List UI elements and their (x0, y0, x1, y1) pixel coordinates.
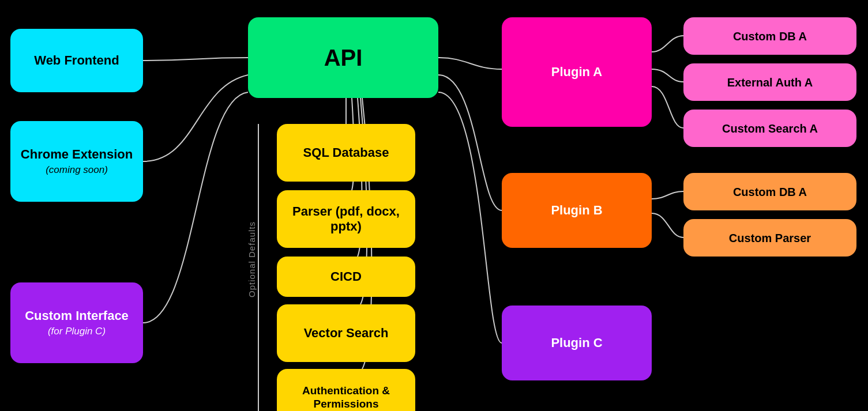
custom-db-a-node: Custom DB A (683, 17, 856, 55)
custom-parser-b-node: Custom Parser (683, 219, 856, 257)
vector-search-label: Vector Search (304, 326, 389, 341)
plugin-b-node: Plugin B (502, 173, 652, 248)
plugin-b-label: Plugin B (551, 203, 602, 218)
cicd-node: CICD (277, 257, 415, 297)
external-auth-a-node: External Auth A (683, 63, 856, 101)
custom-interface-node: Custom Interface (for Plugin C) (10, 282, 143, 363)
web-frontend-node: Web Frontend (10, 29, 143, 92)
custom-db-a-label: Custom DB A (733, 29, 807, 43)
custom-interface-subtitle: (for Plugin C) (48, 326, 106, 337)
sql-database-label: SQL Database (303, 145, 389, 160)
custom-db-b-node: Custom DB A (683, 173, 856, 210)
plugin-a-node: Plugin A (502, 17, 652, 127)
parser-label: Parser (pdf, docx, pptx) (286, 204, 406, 235)
chrome-extension-label: Chrome Extension (21, 147, 133, 162)
api-node: API (248, 17, 438, 98)
diagram: Web Frontend Chrome Extension (coming so… (0, 0, 868, 411)
custom-search-a-node: Custom Search A (683, 110, 856, 147)
plugin-a-label: Plugin A (551, 65, 602, 80)
chrome-extension-subtitle: (coming soon) (46, 164, 108, 176)
auth-permissions-node: Authentication & Permissions (277, 369, 415, 411)
web-frontend-label: Web Frontend (34, 53, 119, 68)
api-label: API (324, 44, 363, 71)
plugin-c-node: Plugin C (502, 306, 652, 380)
parser-node: Parser (pdf, docx, pptx) (277, 190, 415, 248)
optional-defaults-label: Optional Defaults (247, 138, 257, 380)
sql-database-node: SQL Database (277, 124, 415, 182)
custom-search-a-label: Custom Search A (722, 122, 818, 135)
chrome-extension-node: Chrome Extension (coming soon) (10, 121, 143, 202)
custom-db-b-label: Custom DB A (733, 185, 807, 199)
auth-permissions-label: Authentication & Permissions (286, 384, 406, 411)
external-auth-a-label: External Auth A (727, 76, 813, 89)
vector-search-node: Vector Search (277, 304, 415, 362)
cicd-label: CICD (330, 269, 362, 284)
custom-parser-b-label: Custom Parser (729, 231, 811, 245)
custom-interface-label: Custom Interface (25, 308, 129, 323)
plugin-c-label: Plugin C (551, 335, 602, 350)
